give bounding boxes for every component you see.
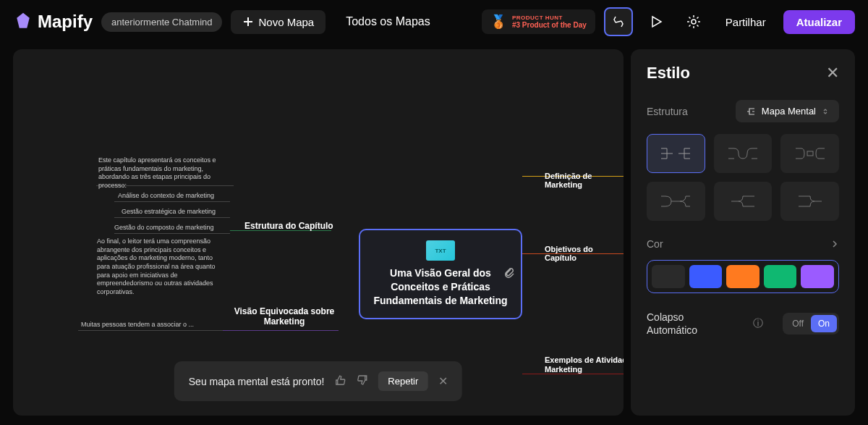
structure-label: Estrutura (647, 106, 688, 117)
gear-icon (686, 14, 701, 29)
branch-definicao[interactable]: Definição de Marketing (545, 172, 624, 189)
center-title: Uma Visão Geral dos Conceitos e Práticas… (372, 266, 509, 308)
logo-text: Mapify (38, 12, 93, 32)
structure-dropdown[interactable]: Mapa Mental (736, 100, 839, 122)
collapse-label-text: Colapso Automático (647, 311, 733, 337)
structure-grid (647, 134, 839, 221)
thumbs-down-icon[interactable] (356, 374, 367, 389)
leaf-muitas[interactable]: Muitas pessoas tendem a associar o ... (81, 321, 194, 329)
file-icon: TXT (426, 240, 455, 261)
color-swatch-dark[interactable] (652, 265, 685, 288)
toggle-on[interactable]: On (811, 315, 837, 332)
thumbs-up-icon[interactable] (334, 374, 346, 389)
chevron-right-icon (830, 240, 839, 248)
share-button[interactable]: Partilhar (717, 10, 775, 34)
ph-line2: #3 Product of the Day (512, 21, 587, 29)
connector (114, 217, 230, 218)
leaf-final[interactable]: Ao final, o leitor terá uma compreensão … (97, 237, 227, 297)
toast-text: Seu mapa mental está pronto! (189, 376, 325, 387)
header: Mapify anteriormente Chatmind Novo Mapa … (0, 0, 868, 43)
upgrade-button[interactable]: Atualizar (783, 10, 855, 34)
theme-icon (611, 14, 626, 29)
color-grid (647, 260, 839, 293)
leaf-gestao-estrategica[interactable]: Gestão estratégica de marketing (122, 208, 216, 216)
collapse-toggle[interactable]: Off On (783, 313, 839, 334)
all-maps-label: Todos os Mapas (346, 15, 430, 28)
color-swatch-orange[interactable] (726, 265, 760, 288)
main: TXT Uma Visão Geral dos Conceitos e Prát… (0, 43, 868, 421)
connector (223, 330, 339, 331)
product-hunt-badge[interactable]: 🥉 PRODUCT HUNT #3 Product of the Day (482, 9, 595, 34)
structure-option-4[interactable] (647, 182, 705, 221)
branch-visao[interactable]: Visão Equivocada sobre Marketing (234, 306, 335, 327)
color-swatch-blue[interactable] (689, 265, 723, 288)
leaf-analise[interactable]: Análise do contexto de marketing (118, 192, 214, 201)
svg-rect-1 (807, 151, 813, 156)
attach-icon[interactable] (503, 266, 515, 281)
connector (114, 233, 230, 234)
toast: Seu mapa mental está pronto! Repetir ✕ (174, 361, 462, 401)
structure-icon (746, 106, 756, 117)
branch-exemplos[interactable]: Exemplos de Atividade Marketing (545, 355, 624, 374)
connector (114, 201, 230, 202)
logo[interactable]: Mapify (13, 12, 93, 32)
collapse-row: Colapso Automático ⓘ Off On (647, 311, 839, 337)
ph-line1: PRODUCT HUNT (512, 14, 587, 21)
collapse-label: Colapso Automático (647, 311, 733, 337)
center-node[interactable]: TXT Uma Visão Geral dos Conceitos e Prát… (359, 229, 522, 319)
badge-former-name: anteriormente Chatmind (101, 12, 222, 32)
play-button[interactable] (642, 7, 671, 36)
structure-option-5[interactable] (714, 182, 773, 221)
structure-value: Mapa Mental (762, 106, 816, 117)
logo-icon (13, 12, 33, 32)
branch-estrutura[interactable]: Estrutura do Capítulo (244, 221, 333, 231)
structure-option-1[interactable] (647, 134, 705, 173)
panel-title: Estilo (647, 64, 690, 83)
toast-close-icon[interactable]: ✕ (438, 374, 448, 388)
file-label: TXT (435, 248, 446, 254)
connector (78, 330, 223, 331)
toggle-off[interactable]: Off (785, 315, 811, 332)
structure-option-3[interactable] (780, 134, 839, 173)
branch-objetivos[interactable]: Objetivos do Capítulo (545, 245, 624, 262)
play-icon (649, 14, 663, 29)
settings-button[interactable] (679, 7, 708, 36)
structure-option-2[interactable] (714, 134, 773, 173)
color-swatch-purple[interactable] (801, 265, 834, 288)
info-icon[interactable]: ⓘ (753, 317, 763, 330)
mindmap-canvas[interactable]: TXT Uma Visão Geral dos Conceitos e Prát… (13, 49, 624, 416)
leaf-gestao-composto[interactable]: Gestão do composto de marketing (114, 224, 214, 232)
color-swatch-green[interactable] (764, 265, 797, 288)
structure-option-6[interactable] (780, 182, 839, 221)
style-panel: Estilo ✕ Estrutura Mapa Mental Cor (631, 49, 855, 416)
color-label: Cor (647, 238, 663, 250)
close-icon[interactable]: ✕ (826, 64, 839, 83)
chevron-updown-icon (822, 108, 829, 115)
svg-point-0 (692, 20, 696, 24)
plus-icon (242, 16, 254, 28)
all-maps-button[interactable]: Todos os Mapas (334, 9, 442, 34)
medal-icon: 🥉 (490, 14, 506, 30)
theme-toggle-button[interactable] (604, 7, 633, 36)
new-map-label: Novo Mapa (258, 16, 314, 28)
leaf-intro[interactable]: Este capítulo apresentará os conceitos e… (98, 156, 229, 190)
new-map-button[interactable]: Novo Mapa (231, 10, 326, 34)
repeat-button[interactable]: Repetir (378, 371, 428, 391)
color-row[interactable]: Cor (647, 238, 839, 250)
